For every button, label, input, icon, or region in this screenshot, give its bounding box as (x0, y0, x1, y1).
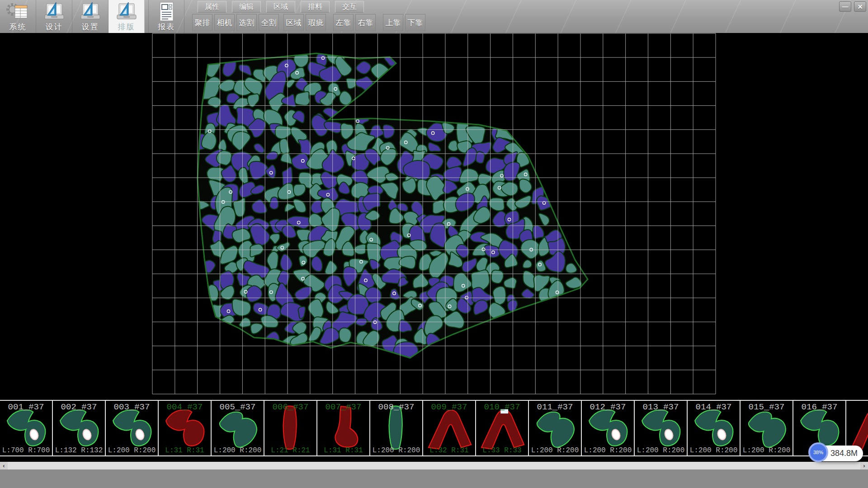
piece-thumbnail[interactable]: 004_#37L:31 R:31 (159, 401, 212, 455)
button-cluster-nest[interactable]: 聚排 (192, 14, 212, 31)
nav-button-label: 设计 (46, 22, 63, 32)
progress-percent-badge[interactable]: 38% (808, 442, 828, 462)
button-snap-left[interactable]: 左靠 (333, 14, 354, 31)
piece-lr-count: L:200 R:200 (635, 446, 687, 455)
progress-percent: 38% (813, 450, 823, 455)
piece-name: 001_#37 (0, 402, 52, 412)
report-document-icon (154, 1, 179, 22)
piece-name: 0 (846, 402, 868, 412)
design-ruler-icon (114, 1, 139, 22)
tab-interactive[interactable]: 交互 (335, 1, 364, 13)
piece-lr-count: L:31 R:31 (317, 446, 369, 455)
scroll-left-icon[interactable]: ‹ (0, 462, 8, 469)
nesting-canvas[interactable] (0, 33, 868, 400)
tab-region[interactable]: 区域 (266, 1, 295, 13)
piece-lr-count: L:31 R:31 (159, 446, 211, 455)
nav-button-design[interactable]: 设计 (36, 0, 72, 33)
memory-value: 384.8M (830, 449, 858, 458)
piece-lr-count: L:200 R:200 (582, 446, 634, 455)
piece-name: 015_#37 (741, 402, 793, 412)
piece-lr-count: L:200 R:200 (688, 446, 740, 455)
close-button[interactable]: ✕ (854, 1, 866, 12)
nav-button-label: 排版 (118, 22, 135, 32)
piece-lr-count: L:32 R:31 (423, 446, 475, 455)
piece-lr-count: L:200 R:200 (741, 446, 793, 455)
menu-tab-bar: 属性 编辑 区域 排料 交互 (198, 1, 364, 13)
system-gear-icon (6, 1, 30, 22)
horizontal-scrollbar[interactable]: ‹ › (0, 462, 868, 469)
piece-name: 004_#37 (159, 402, 211, 412)
nav-button-settings[interactable]: 设置 (72, 0, 108, 33)
piece-thumbnail[interactable]: 010_#37L:33 R:33 (476, 401, 529, 455)
piece-thumbnail-strip: 001_#37L:700 R:700002_#37L:132 R:132003_… (0, 400, 868, 456)
piece-name: 014_#37 (688, 402, 740, 412)
piece-name: 009_#37 (423, 402, 475, 412)
scrollbar-track[interactable] (8, 462, 860, 469)
piece-lr-count: L:200 R:200 (106, 446, 158, 455)
piece-thumbnail[interactable]: 005_#37L:200 R:200 (212, 401, 264, 455)
nav-button-layout[interactable]: 排版 (108, 0, 145, 33)
nav-button-group: 系统设计设置排版报表 (0, 0, 184, 33)
piece-name: 005_#37 (212, 402, 264, 412)
piece-thumbnail[interactable]: 014_#37L:200 R:200 (688, 401, 741, 455)
button-cut-all[interactable]: 全割 (259, 14, 279, 31)
minimize-icon: — (842, 3, 849, 10)
nav-button-system[interactable]: 系统 (0, 0, 36, 33)
piece-thumbnail[interactable]: 007_#37L:31 R:31 (317, 401, 370, 455)
design-ruler-icon (42, 1, 66, 22)
piece-thumbnail[interactable]: 008_#37L:200 R:200 (370, 401, 423, 455)
status-bar (0, 469, 868, 488)
tab-edit[interactable]: 编辑 (232, 1, 261, 13)
piece-name: 002_#37 (53, 402, 105, 412)
button-defect[interactable]: 瑕疵 (306, 14, 326, 31)
scroll-right-icon[interactable]: › (860, 462, 868, 469)
piece-name: 006_#37 (264, 402, 316, 412)
piece-name: 003_#37 (106, 402, 158, 412)
minimize-button[interactable]: — (839, 1, 851, 12)
piece-name: 016_#37 (793, 402, 845, 412)
piece-lr-count: L:33 R:33 (476, 446, 528, 455)
tab-properties[interactable]: 属性 (198, 1, 226, 13)
nav-button-report[interactable]: 报表 (148, 0, 184, 33)
piece-lr-count: L:200 R:200 (212, 446, 264, 455)
piece-name: 011_#37 (529, 402, 581, 412)
piece-thumbnail[interactable]: 002_#37L:132 R:132 (53, 401, 106, 455)
piece-thumbnail[interactable]: 012_#37L:200 R:200 (582, 401, 635, 455)
piece-name: 007_#37 (317, 402, 369, 412)
piece-lr-count: L:700 R:700 (0, 446, 52, 455)
piece-lr-count: L:21 R:21 (264, 446, 316, 455)
top-toolbar: 系统设计设置排版报表 属性 编辑 区域 排料 交互 (0, 0, 868, 33)
piece-name: 013_#37 (635, 402, 687, 412)
nav-button-label: 设置 (82, 22, 99, 32)
piece-name: 012_#37 (582, 402, 634, 412)
piece-thumbnail[interactable]: 015_#37L:200 R:200 (741, 401, 793, 455)
piece-lr-count: L:132 R:132 (53, 446, 105, 455)
button-snap-top[interactable]: 上靠 (383, 14, 403, 31)
nav-button-label: 系统 (9, 22, 27, 32)
button-select-cut[interactable]: 选割 (236, 14, 257, 31)
button-camera[interactable]: 相机 (214, 14, 235, 31)
piece-thumbnail[interactable]: 001_#37L:700 R:700 (0, 401, 53, 455)
piece-lr-count: L:200 R:200 (370, 446, 422, 455)
piece-lr-count: L:200 R:200 (529, 446, 581, 455)
close-icon: ✕ (858, 3, 863, 10)
piece-thumbnail[interactable]: 011_#37L:200 R:200 (529, 401, 582, 455)
button-region[interactable]: 区域 (283, 14, 304, 31)
window-controls: — ✕ (839, 1, 866, 12)
button-snap-bottom[interactable]: 下靠 (405, 14, 425, 31)
piece-thumbnail[interactable]: 009_#37L:32 R:31 (423, 401, 476, 455)
design-ruler-icon (78, 1, 103, 22)
nav-button-label: 报表 (158, 22, 175, 32)
piece-thumbnail[interactable]: 003_#37L:200 R:200 (106, 401, 159, 455)
piece-thumbnail[interactable]: 013_#37L:200 R:200 (635, 401, 688, 455)
piece-name: 008_#37 (370, 402, 422, 412)
piece-name: 010_#37 (476, 402, 528, 412)
button-snap-right[interactable]: 右靠 (355, 14, 376, 31)
tab-nesting[interactable]: 排料 (301, 1, 330, 13)
action-button-bar: 聚排 相机 选割 全割 区域 瑕疵 左靠 (192, 14, 425, 31)
piece-thumbnail[interactable]: 006_#37L:21 R:21 (264, 401, 317, 455)
